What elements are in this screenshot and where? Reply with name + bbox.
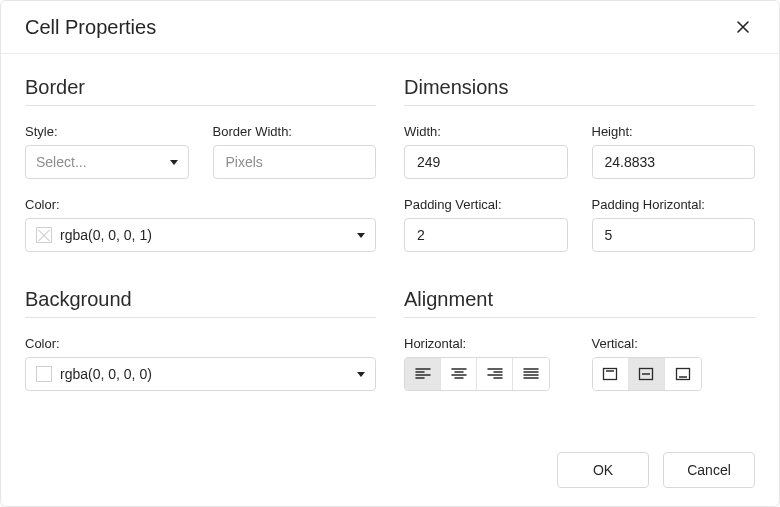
border-style-select[interactable]: Select... xyxy=(25,145,189,179)
width-label: Width: xyxy=(404,124,568,139)
valign-top-button[interactable] xyxy=(593,358,629,390)
border-width-input[interactable] xyxy=(224,146,366,178)
section-alignment-rule xyxy=(404,317,755,318)
padding-horizontal-input[interactable] xyxy=(603,219,745,251)
align-right-icon xyxy=(487,367,503,381)
padding-vertical-field: Padding Vertical: xyxy=(404,197,568,252)
close-button[interactable] xyxy=(731,15,755,39)
align-right-button[interactable] xyxy=(477,358,513,390)
dialog-footer: OK Cancel xyxy=(557,452,755,488)
color-swatch-icon xyxy=(36,366,52,382)
cancel-button[interactable]: Cancel xyxy=(663,452,755,488)
align-left-icon xyxy=(415,367,431,381)
width-field: Width: xyxy=(404,124,568,179)
padding-horizontal-field: Padding Horizontal: xyxy=(592,197,756,252)
height-input[interactable] xyxy=(603,146,745,178)
padding-vertical-input[interactable] xyxy=(415,219,557,251)
valign-bottom-icon xyxy=(675,367,691,381)
color-swatch-icon xyxy=(36,227,52,243)
section-border-rule xyxy=(25,105,376,106)
horizontal-align-field: Horizontal: xyxy=(404,336,568,391)
section-alignment-title: Alignment xyxy=(404,288,755,311)
svg-rect-0 xyxy=(604,369,617,380)
section-background-title: Background xyxy=(25,288,376,311)
chevron-down-icon xyxy=(357,233,365,238)
background-color-label: Color: xyxy=(25,336,376,351)
chevron-down-icon xyxy=(357,372,365,377)
right-column: Dimensions Width: Height: Padding Vertic… xyxy=(404,72,755,409)
dialog-header: Cell Properties xyxy=(1,1,779,54)
border-color-field: Color: rgba(0, 0, 0, 1) xyxy=(25,197,376,252)
background-color-select[interactable]: rgba(0, 0, 0, 0) xyxy=(25,357,376,391)
align-center-icon xyxy=(451,367,467,381)
valign-middle-button[interactable] xyxy=(629,358,665,390)
valign-middle-icon xyxy=(638,367,654,381)
height-field: Height: xyxy=(592,124,756,179)
valign-top-icon xyxy=(602,367,618,381)
background-color-value: rgba(0, 0, 0, 0) xyxy=(60,366,349,382)
horizontal-align-group xyxy=(404,357,550,391)
ok-button[interactable]: OK xyxy=(557,452,649,488)
border-color-value: rgba(0, 0, 0, 1) xyxy=(60,227,349,243)
border-width-field: Border Width: xyxy=(213,124,377,179)
close-icon xyxy=(735,19,751,35)
align-justify-icon xyxy=(523,367,539,381)
horizontal-align-label: Horizontal: xyxy=(404,336,568,351)
align-center-button[interactable] xyxy=(441,358,477,390)
border-style-field: Style: Select... xyxy=(25,124,189,179)
width-input[interactable] xyxy=(415,146,557,178)
cell-properties-dialog: Cell Properties Border Style: Select... … xyxy=(0,0,780,507)
section-border-title: Border xyxy=(25,76,376,99)
align-justify-button[interactable] xyxy=(513,358,549,390)
height-label: Height: xyxy=(592,124,756,139)
vertical-align-group xyxy=(592,357,702,391)
section-dimensions-rule xyxy=(404,105,755,106)
svg-rect-2 xyxy=(676,369,689,380)
section-dimensions-title: Dimensions xyxy=(404,76,755,99)
border-style-placeholder: Select... xyxy=(36,154,87,170)
dialog-title: Cell Properties xyxy=(25,16,156,39)
section-background-rule xyxy=(25,317,376,318)
vertical-align-label: Vertical: xyxy=(592,336,756,351)
vertical-align-field: Vertical: xyxy=(592,336,756,391)
chevron-down-icon xyxy=(170,160,178,165)
border-color-label: Color: xyxy=(25,197,376,212)
align-left-button[interactable] xyxy=(405,358,441,390)
border-style-label: Style: xyxy=(25,124,189,139)
border-color-select[interactable]: rgba(0, 0, 0, 1) xyxy=(25,218,376,252)
border-width-label: Border Width: xyxy=(213,124,377,139)
valign-bottom-button[interactable] xyxy=(665,358,701,390)
padding-horizontal-label: Padding Horizontal: xyxy=(592,197,756,212)
padding-vertical-label: Padding Vertical: xyxy=(404,197,568,212)
left-column: Border Style: Select... Border Width: xyxy=(25,72,376,409)
background-color-field: Color: rgba(0, 0, 0, 0) xyxy=(25,336,376,391)
